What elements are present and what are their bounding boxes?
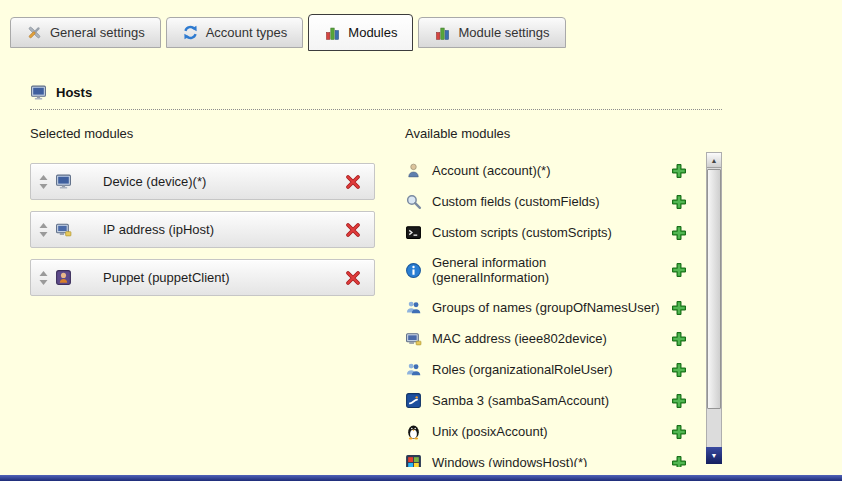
tab-general-settings[interactable]: General settings <box>10 17 161 48</box>
available-modules-scrollbar[interactable]: ▲ ▼ <box>706 152 722 464</box>
section-title: Hosts <box>56 85 92 100</box>
group-icon <box>405 361 427 378</box>
add-module-button[interactable] <box>671 393 689 409</box>
tab-account-types[interactable]: Account types <box>166 17 304 48</box>
footer-bar <box>0 475 842 481</box>
selected-module-label: Device (device)(*) <box>77 174 345 189</box>
info-icon <box>405 262 427 279</box>
remove-module-button[interactable] <box>345 270 361 286</box>
selected-module-row: Puppet (puppetClient) <box>30 259 375 296</box>
samba-icon <box>405 392 427 409</box>
account-icon <box>405 162 427 179</box>
magnifier-icon <box>405 193 427 210</box>
add-module-button[interactable] <box>671 362 689 378</box>
remove-module-button[interactable] <box>345 222 361 238</box>
available-module-label: MAC address (ieee802device) <box>427 331 665 346</box>
tab-label: Account types <box>206 25 288 40</box>
available-module-label: Custom fields (customFields) <box>427 194 665 209</box>
available-module-row: Account (account)(*) <box>405 155 699 186</box>
tab-modules[interactable]: Modules <box>308 14 413 51</box>
tab-label: General settings <box>50 25 145 40</box>
add-module-button[interactable] <box>671 194 689 210</box>
add-module-button[interactable] <box>671 424 689 440</box>
available-module-row: MAC address (ieee802device) <box>405 323 699 354</box>
add-module-button[interactable] <box>671 225 689 241</box>
available-module-label: Custom scripts (customScripts) <box>427 225 665 240</box>
tab-label: Module settings <box>458 25 549 40</box>
available-module-row: Custom fields (customFields) <box>405 186 699 217</box>
sync-icon <box>182 24 199 41</box>
available-module-label: General information (generalInformation) <box>427 255 665 285</box>
tab-bar: General settings Account types <box>10 14 566 48</box>
available-module-row: General information (generalInformation) <box>405 248 699 292</box>
drag-handle-icon[interactable] <box>31 223 55 237</box>
available-modules-column: Available modules Account (account)(*) <box>405 126 705 467</box>
selected-module-row: IP address (ipHost) <box>30 211 375 248</box>
available-module-row: Samba 3 (sambaSamAccount) <box>405 385 699 416</box>
add-module-button[interactable] <box>671 455 689 468</box>
available-module-label: Windows (windowsHost)(*) <box>427 455 665 467</box>
add-module-button[interactable] <box>671 262 689 278</box>
add-module-button[interactable] <box>671 163 689 179</box>
lam-configuration-page: General settings Account types <box>0 0 842 481</box>
selected-module-label: Puppet (puppetClient) <box>77 270 345 285</box>
puppet-icon <box>55 269 77 286</box>
selected-module-row: Device (device)(*) <box>30 163 375 200</box>
selected-modules-column: Selected modules Devi <box>30 126 378 307</box>
available-module-row: Unix (posixAccount) <box>405 416 699 447</box>
monitor-icon <box>30 84 47 101</box>
available-module-label: Unix (posixAccount) <box>427 424 665 439</box>
tools-icon <box>26 24 43 41</box>
drag-handle-icon[interactable] <box>31 271 55 285</box>
available-module-row: Custom scripts (customScripts) <box>405 217 699 248</box>
device-icon <box>55 173 77 190</box>
terminal-icon <box>405 224 427 241</box>
tab-module-settings[interactable]: Module settings <box>418 17 565 48</box>
hosts-section-heading: Hosts <box>30 84 722 110</box>
add-module-button[interactable] <box>671 331 689 347</box>
chart-icon <box>324 24 341 41</box>
available-module-row: Windows (windowsHost)(*) <box>405 447 699 467</box>
available-module-label: Samba 3 (sambaSamAccount) <box>427 393 665 408</box>
available-module-label: Account (account)(*) <box>427 163 665 178</box>
penguin-icon <box>405 423 427 440</box>
scrollbar-thumb[interactable] <box>707 169 721 409</box>
tab-label: Modules <box>348 25 397 40</box>
remove-module-button[interactable] <box>345 174 361 190</box>
selected-modules-heading: Selected modules <box>30 126 378 141</box>
available-module-label: Roles (organizationalRoleUser) <box>427 362 665 377</box>
scroll-down-arrow-icon[interactable]: ▼ <box>706 447 722 464</box>
group-icon <box>405 299 427 316</box>
selected-module-label: IP address (ipHost) <box>77 222 345 237</box>
selected-modules-list: Device (device)(*) <box>30 163 378 296</box>
available-modules-heading: Available modules <box>405 126 705 141</box>
drag-handle-icon[interactable] <box>31 175 55 189</box>
available-module-row: Roles (organizationalRoleUser) <box>405 354 699 385</box>
add-module-button[interactable] <box>671 300 689 316</box>
windows-icon <box>405 454 427 467</box>
network-card-icon <box>405 330 427 347</box>
scroll-up-arrow-icon[interactable]: ▲ <box>707 153 721 168</box>
available-module-row: Groups of names (groupOfNamesUser) <box>405 292 699 323</box>
chart-icon <box>434 24 451 41</box>
ip-address-icon <box>55 221 77 238</box>
available-modules-list: Account (account)(*) Custom fields (cust… <box>405 155 705 467</box>
available-module-label: Groups of names (groupOfNamesUser) <box>427 300 665 315</box>
